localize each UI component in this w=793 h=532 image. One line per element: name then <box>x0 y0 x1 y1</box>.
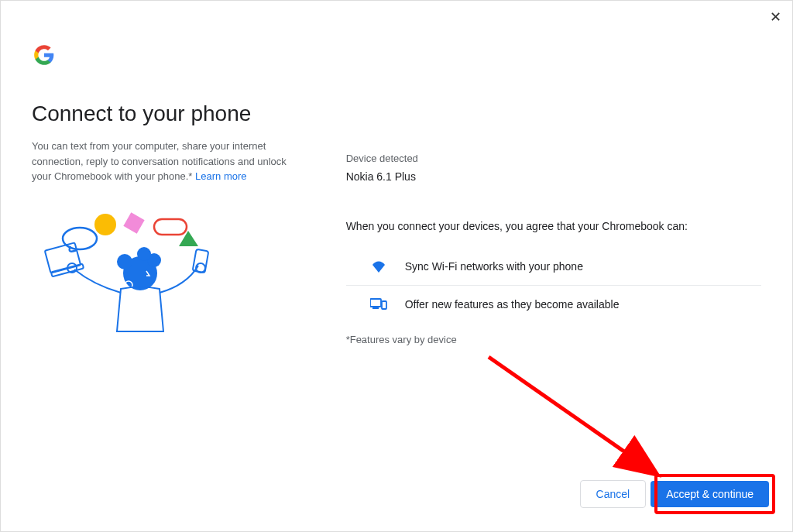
svg-rect-15 <box>372 307 379 309</box>
device-name: Nokia 6.1 Plus <box>346 170 761 183</box>
svg-rect-16 <box>382 301 386 309</box>
svg-point-7 <box>137 247 151 261</box>
device-detected-label: Device detected <box>346 153 761 164</box>
svg-point-5 <box>117 254 132 269</box>
page-title: Connect to your phone <box>32 101 323 126</box>
page-description: You can text from your computer, share y… <box>32 139 295 184</box>
devices-icon <box>369 297 388 312</box>
agreement-text: When you connect your devices, you agree… <box>346 220 761 232</box>
svg-rect-14 <box>370 299 381 307</box>
close-icon[interactable]: ✕ <box>770 9 781 26</box>
feature-item-devices: Offer new features as they become availa… <box>346 286 761 323</box>
accept-continue-button[interactable]: Accept & continue <box>651 481 769 507</box>
description-text: You can text from your computer, share y… <box>32 140 287 182</box>
svg-point-0 <box>94 214 116 235</box>
svg-rect-1 <box>123 212 144 233</box>
feature-list: Sync Wi-Fi networks with your phone Offe… <box>346 248 761 323</box>
feature-item-wifi: Sync Wi-Fi networks with your phone <box>346 248 761 286</box>
google-logo-icon <box>33 44 323 69</box>
learn-more-link[interactable]: Learn more <box>195 170 246 182</box>
footnote: *Features vary by device <box>346 334 761 345</box>
illustration-icon <box>32 208 323 342</box>
feature-label: Sync Wi-Fi networks with your phone <box>405 260 583 273</box>
feature-label: Offer new features as they become availa… <box>405 298 620 311</box>
wifi-icon <box>369 259 388 274</box>
cancel-button[interactable]: Cancel <box>580 480 647 508</box>
svg-point-3 <box>63 228 97 249</box>
svg-rect-2 <box>154 219 187 235</box>
